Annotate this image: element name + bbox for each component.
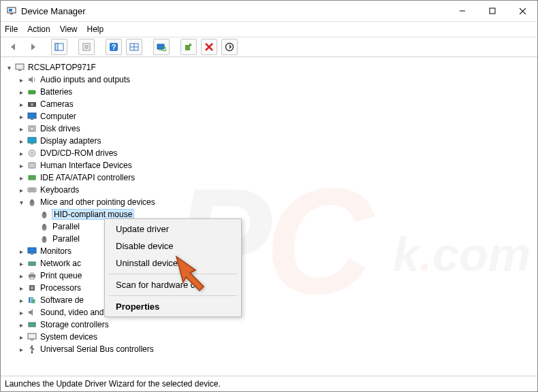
back-button[interactable] [6, 39, 21, 54]
expand-arrow-icon[interactable]: ▸ [17, 321, 25, 329]
svg-rect-58 [30, 277, 34, 279]
tree-category[interactable]: ▸Software de [3, 294, 535, 306]
tree-category[interactable]: ▸Audio inputs and outputs [3, 74, 535, 86]
menu-help[interactable]: Help [87, 24, 104, 34]
tree-category[interactable]: ▸Network ac [3, 257, 535, 270]
svg-rect-1 [9, 9, 12, 12]
menu-separator [109, 295, 237, 296]
show-hide-console-button[interactable] [51, 39, 67, 55]
svg-rect-54 [31, 254, 33, 255]
forward-button[interactable] [25, 39, 40, 54]
expand-arrow-icon[interactable]: ▸ [17, 260, 25, 267]
disable-button[interactable] [221, 39, 238, 55]
menubar: File Action View Help [1, 22, 537, 37]
svg-rect-37 [31, 144, 33, 144]
view-options-button[interactable] [126, 39, 142, 55]
svg-rect-26 [16, 64, 24, 69]
expand-arrow-icon[interactable]: ▸ [17, 309, 25, 316]
menu-action[interactable]: Action [27, 24, 50, 34]
expand-arrow-icon[interactable]: ▸ [17, 76, 25, 84]
pc-icon [27, 111, 37, 122]
tree-category[interactable]: ▸Storage controllers [3, 318, 535, 331]
expand-arrow-icon[interactable]: ▸ [17, 125, 25, 133]
svg-text:?: ? [112, 43, 116, 51]
minimize-button[interactable] [447, 1, 477, 20]
printer-icon [27, 270, 37, 281]
tree-category[interactable]: ▸System devices [3, 331, 535, 343]
statusbar: Launches the Update Driver Wizard for th… [1, 376, 537, 391]
computer-icon [14, 62, 25, 73]
tree-category[interactable]: ▸Cameras [3, 98, 535, 110]
tree-category[interactable]: ▸Sound, video and game controllers [3, 306, 535, 318]
expand-arrow-icon[interactable]: ▸ [17, 284, 25, 292]
tree-device[interactable]: ▸HID-compliant mouse [3, 208, 535, 220]
tree-category[interactable]: ▸Disk drives [3, 122, 535, 135]
tree-category[interactable]: ▸IDE ATA/ATAPI controllers [3, 172, 535, 184]
update-driver-button[interactable] [180, 39, 197, 55]
expand-arrow-icon[interactable]: ▸ [17, 272, 25, 280]
collapse-arrow-icon[interactable]: ▾ [17, 199, 25, 206]
svg-rect-36 [28, 137, 36, 143]
tree-category[interactable]: ▸Universal Serial Bus controllers [3, 343, 535, 355]
expand-arrow-icon[interactable]: ▸ [17, 346, 25, 353]
tree-category[interactable]: ▸DVD/CD-ROM drives [3, 147, 535, 159]
expand-arrow-icon[interactable]: ▸ [17, 101, 25, 108]
help-button[interactable]: ? [106, 39, 122, 55]
device-tree[interactable]: PC k.com ▾ RCSLAPTOP971F ▸Audio inputs a… [1, 57, 537, 376]
selected-device[interactable]: HID-compliant mouse [52, 210, 133, 219]
audio-icon [27, 74, 37, 85]
menu-disable-device[interactable]: Disable device [106, 238, 240, 255]
uninstall-button[interactable] [201, 39, 217, 55]
expand-arrow-icon[interactable]: ▸ [17, 113, 25, 120]
svg-rect-18 [157, 44, 164, 49]
maximize-button[interactable] [477, 1, 507, 20]
menu-separator [109, 274, 237, 274]
tree-category[interactable]: ▸Processors [3, 282, 535, 294]
usb-icon [27, 344, 37, 355]
expand-arrow-icon[interactable]: ▸ [17, 174, 25, 182]
tree-device[interactable]: ▸Parallel [3, 233, 535, 245]
svg-rect-28 [29, 91, 35, 94]
expand-arrow-icon[interactable]: ▸ [17, 297, 25, 304]
properties-button[interactable] [78, 39, 95, 55]
device-manager-window: Device Manager File Action View Help ? P… [0, 0, 538, 392]
expand-arrow-icon[interactable]: ▸ [17, 88, 25, 96]
svg-point-66 [31, 352, 33, 354]
expand-arrow-icon[interactable]: ▸ [17, 333, 25, 341]
tree-category[interactable]: ▸Display adapters [3, 135, 535, 147]
expand-arrow-icon[interactable]: ▾ [5, 64, 13, 71]
menu-update-driver[interactable]: Update driver [106, 220, 240, 238]
tree-category[interactable]: ▸Monitors [3, 245, 535, 257]
menu-scan-hardware[interactable]: Scan for hardware c [106, 276, 240, 293]
expand-arrow-icon[interactable]: ▸ [17, 150, 25, 157]
tree-root-label[interactable]: RCSLAPTOP971F [28, 63, 96, 72]
svg-rect-8 [55, 44, 58, 50]
tree-category[interactable]: ▸Computer [3, 110, 535, 122]
mouse-icon [39, 233, 50, 244]
menu-properties[interactable]: Properties [106, 298, 240, 315]
menu-view[interactable]: View [60, 24, 78, 34]
tree-category[interactable]: ▸Human Interface Devices [3, 159, 535, 172]
close-button[interactable] [507, 1, 537, 20]
menu-uninstall-device[interactable]: Uninstall device [106, 255, 240, 272]
svg-point-31 [31, 103, 33, 106]
expand-arrow-icon[interactable]: ▸ [17, 162, 25, 169]
tree-category[interactable]: ▸Print queue [3, 270, 535, 282]
scan-hardware-button[interactable] [153, 39, 170, 55]
svg-point-35 [31, 127, 34, 131]
keyboard-icon [27, 184, 37, 195]
svg-line-21 [165, 50, 166, 51]
hid-icon [27, 160, 37, 171]
expand-arrow-icon[interactable]: ▸ [17, 186, 25, 194]
mouse-icon [39, 209, 50, 220]
tree-root[interactable]: ▾ RCSLAPTOP971F [3, 61, 535, 74]
software-icon [27, 295, 37, 306]
tree-category[interactable]: ▸Batteries [3, 86, 535, 98]
expand-arrow-icon[interactable]: ▸ [17, 137, 25, 145]
toolbar: ? [1, 37, 537, 57]
tree-device[interactable]: ▸Parallel [3, 220, 535, 233]
menu-file[interactable]: File [5, 24, 18, 34]
tree-category[interactable]: ▸Keyboards [3, 184, 535, 196]
expand-arrow-icon[interactable]: ▸ [17, 248, 25, 255]
tree-category-mice[interactable]: ▾Mice and other pointing devices [3, 196, 535, 208]
